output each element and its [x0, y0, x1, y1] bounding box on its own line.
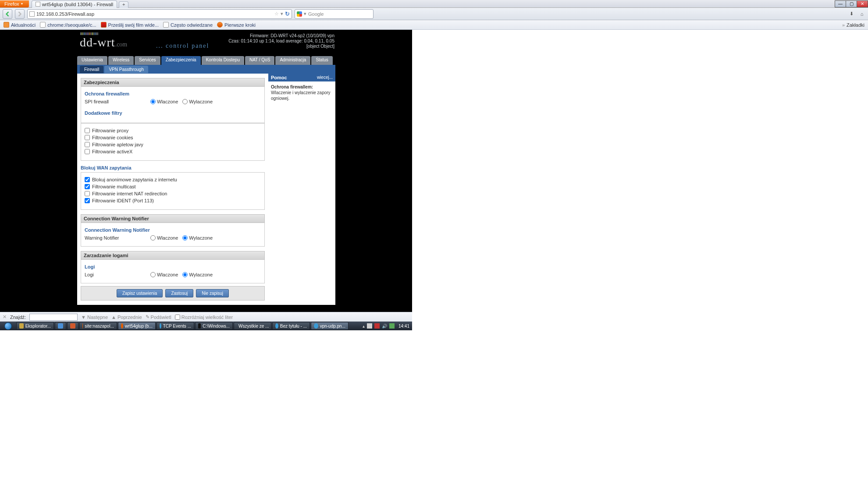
bookmark-item[interactable]: chrome://seoquake/c...	[40, 22, 96, 28]
maximize-button[interactable]: ▢	[846, 0, 857, 7]
bookmarks-toolbar: Aktualności chrome://seoquake/c... Prześ…	[0, 20, 868, 30]
bookmarks-menu-button[interactable]: »Zakładki	[842, 22, 864, 28]
control-panel-label: ... control panel	[156, 42, 209, 50]
firefox-menu-button[interactable]: Firefox	[0, 0, 29, 7]
find-label: Znajdź:	[10, 315, 26, 320]
home-button[interactable]: ⌂	[858, 11, 865, 18]
cancel-button[interactable]: Nie zapisuj	[196, 289, 229, 297]
find-bar: ✕ Znajdź: ▼ Następne ▲ Poprzednie ✎ Podś…	[0, 312, 412, 322]
search-bar[interactable]: ▾ Google	[295, 9, 374, 19]
volume-icon[interactable]: 🔊	[382, 324, 387, 329]
wan-natredir-checkbox[interactable]: Filtrowanie internet NAT redirection	[85, 191, 261, 196]
filter-proxy-checkbox[interactable]: Filtrowanie proxy	[85, 128, 261, 133]
fieldset-title: Logi	[85, 264, 261, 269]
fieldset-title: Blokuj WAN zapytania	[81, 165, 265, 170]
windows-orb-icon	[4, 322, 12, 330]
subtab-vpn[interactable]: VPN Passthrough	[104, 66, 148, 73]
find-next-button[interactable]: ▼ Następne	[81, 315, 108, 320]
downloads-button[interactable]: ⬇	[848, 11, 855, 18]
wan-anon-checkbox[interactable]: Blokuj anonimowe zapytania z internetu	[85, 177, 261, 182]
taskbar-item[interactable]: TCP Events ...	[157, 322, 194, 330]
apply-button[interactable]: Zastosuj	[165, 289, 193, 297]
tab-wireless[interactable]: Wireless	[108, 56, 134, 65]
wan-multicast-checkbox[interactable]: Filtrowanie multicast	[85, 184, 261, 189]
taskbar-item[interactable]	[55, 322, 66, 330]
logs-label: Logi	[85, 272, 150, 277]
page-icon	[36, 2, 40, 7]
filter-activex-checkbox[interactable]: Filtrowanie activeX	[85, 149, 261, 154]
subtab-firewall[interactable]: Firewall	[80, 66, 103, 73]
url-text: 192.168.0.253/Firewall.asp	[36, 11, 273, 17]
taskbar-item[interactable]: site:naszapol...	[79, 322, 117, 330]
filter-cookies-checkbox[interactable]: Filtrowanie cookies	[85, 135, 261, 140]
tab-status[interactable]: Status	[311, 56, 332, 65]
save-button[interactable]: Zapisz ustawienia	[117, 289, 163, 297]
browser-tab[interactable]: wrt54glup (build 13064) - Firewall	[32, 0, 117, 8]
find-highlight-button[interactable]: ✎ Podświetl	[146, 314, 171, 320]
tray-icon[interactable]	[367, 323, 372, 329]
cwn-off-radio[interactable]: Wylaczone	[182, 235, 213, 240]
logs-on-radio[interactable]: Wlaczone	[150, 272, 178, 277]
help-title: Ochrona firewallem:	[271, 84, 333, 90]
router-header: dd-wrt.com ... control panel Firmware: D…	[77, 31, 335, 56]
find-prev-button[interactable]: ▲ Poprzednie	[111, 315, 142, 320]
button-bar: Zapisz ustawienia Zastosuj Nie zapisuj	[81, 286, 265, 301]
find-case-checkbox[interactable]: Rozróżniaj wielkość liter	[175, 315, 233, 320]
tray-icon[interactable]	[389, 323, 395, 329]
taskbar-item[interactable]: wrt54glup (b...	[118, 322, 156, 330]
content-main: Zabezpieczenia Ochrona firewallem SPI fi…	[77, 74, 268, 305]
tab-administracja[interactable]: Administracja	[275, 56, 310, 65]
spi-firewall-label: SPI firewall	[85, 99, 150, 104]
tray-icon[interactable]	[374, 323, 380, 329]
bookmark-item[interactable]: Aktualności	[4, 22, 36, 28]
start-button[interactable]	[0, 322, 16, 330]
spi-on-radio[interactable]: Wlaczone	[150, 99, 178, 104]
window-controls: — ▢ ✕	[835, 0, 868, 7]
bookmark-star-icon[interactable]: ☆	[274, 11, 279, 17]
new-tab-button[interactable]: +	[119, 1, 128, 8]
taskbar-item[interactable]: Bez tytułu - ...	[272, 322, 310, 330]
google-icon	[297, 11, 302, 17]
taskbar-item[interactable]: Eksplorator...	[16, 322, 54, 330]
wan-ident-checkbox[interactable]: Filtrowanie IDENT (Port 113)	[85, 198, 261, 203]
titlebar: Firefox wrt54glup (build 13064) - Firewa…	[0, 0, 868, 8]
tab-natqos[interactable]: NAT / QoS	[245, 56, 274, 65]
find-input[interactable]	[29, 314, 78, 321]
logs-off-radio[interactable]: Wylaczone	[182, 272, 213, 277]
spi-off-radio[interactable]: Wylaczone	[182, 99, 213, 104]
close-button[interactable]: ✕	[857, 0, 868, 7]
taskbar: Eksplorator... site:naszapol... wrt54glu…	[0, 322, 412, 330]
taskbar-item[interactable]: Wszystkie ze ...	[234, 322, 271, 330]
tab-title: wrt54glup (build 13064) - Firewall	[42, 2, 114, 7]
forward-button[interactable]	[15, 9, 25, 19]
bookmark-item[interactable]: Często odwiedzane	[163, 22, 213, 28]
tab-services[interactable]: Services	[135, 56, 160, 65]
minimize-button[interactable]: —	[835, 0, 846, 7]
router-info: Firmware: DD-WRT v24-sp2 (10/10/09) vpn …	[228, 33, 334, 49]
back-button[interactable]	[3, 9, 12, 19]
reload-button[interactable]: ↻	[285, 11, 290, 17]
tab-zabezpieczenia[interactable]: Zabezpieczenia	[161, 56, 201, 65]
sub-tabs: Firewall VPN Passthrough	[77, 65, 335, 74]
taskbar-item[interactable]: vpn-udp.pn...	[311, 322, 349, 330]
dropdown-icon[interactable]: ▾	[281, 11, 283, 17]
filter-java-checkbox[interactable]: Filtrowanie apletow javy	[85, 142, 261, 147]
taskbar-item[interactable]	[67, 322, 78, 330]
taskbar-item[interactable]: C:\Windows...	[195, 322, 233, 330]
tab-kontrola[interactable]: Kontrola Dostepu	[202, 56, 244, 65]
tray-expand-icon[interactable]: ▴	[363, 324, 365, 329]
url-bar[interactable]: 192.168.0.253/Firewall.asp ☆ ▾ ↻	[27, 9, 292, 19]
findbar-close-icon[interactable]: ✕	[3, 314, 7, 320]
cwn-on-radio[interactable]: Wlaczone	[150, 235, 178, 240]
tab-ustawienia[interactable]: Ustawienia	[77, 56, 107, 65]
help-more-link[interactable]: wiecej...	[317, 75, 333, 80]
bookmark-item[interactable]: Pierwsze kroki	[217, 22, 256, 28]
bookmark-item[interactable]: Prześlij swój film wide...	[101, 22, 159, 28]
clock[interactable]: 14:41	[398, 324, 409, 329]
site-icon	[29, 11, 35, 17]
section-header: Zabezpieczenia	[81, 78, 265, 87]
tab-strip: wrt54glup (build 13064) - Firewall +	[32, 0, 129, 8]
page-viewport: dd-wrt.com ... control panel Firmware: D…	[0, 30, 412, 312]
fieldset-title: Connection Warning Notifier	[85, 227, 261, 233]
nav-toolbar: 192.168.0.253/Firewall.asp ☆ ▾ ↻ ▾ Googl…	[0, 8, 868, 20]
